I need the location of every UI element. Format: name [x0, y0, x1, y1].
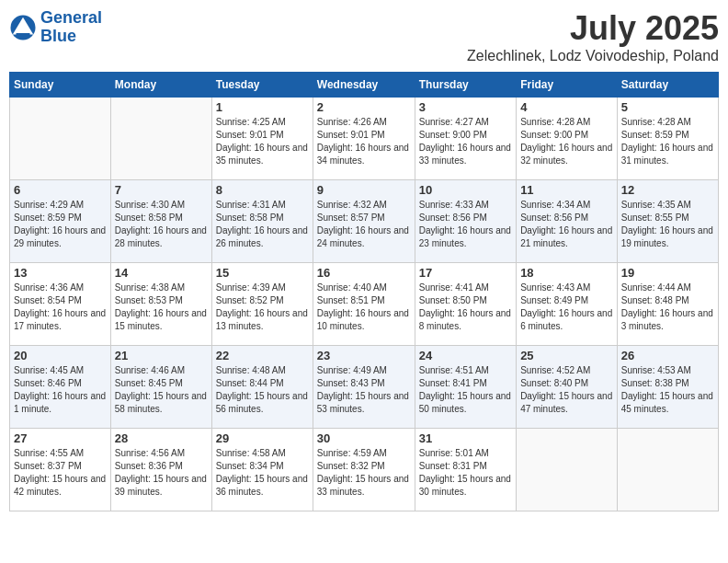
day-info: Sunrise: 4:36 AM Sunset: 8:54 PM Dayligh… — [14, 282, 107, 333]
day-number: 20 — [14, 349, 107, 362]
day-info: Sunrise: 4:48 AM Sunset: 8:44 PM Dayligh… — [216, 364, 309, 416]
weekday-header: Thursday — [415, 73, 516, 98]
calendar-cell: 25Sunrise: 4:52 AM Sunset: 8:40 PM Dayli… — [517, 346, 618, 429]
day-info: Sunrise: 4:25 AM Sunset: 9:01 PM Dayligh… — [216, 116, 309, 167]
day-number: 3 — [419, 100, 512, 114]
calendar-cell: 24Sunrise: 4:51 AM Sunset: 8:41 PM Dayli… — [415, 346, 516, 429]
day-number: 10 — [419, 183, 512, 197]
day-info: Sunrise: 4:58 AM Sunset: 8:34 PM Dayligh… — [216, 447, 309, 499]
calendar-cell: 3Sunrise: 4:27 AM Sunset: 9:00 PM Daylig… — [415, 98, 516, 180]
calendar-cell — [110, 98, 211, 180]
calendar-cell: 16Sunrise: 4:40 AM Sunset: 8:51 PM Dayli… — [313, 263, 415, 346]
calendar-cell: 19Sunrise: 4:44 AM Sunset: 8:48 PM Dayli… — [617, 263, 718, 346]
day-info: Sunrise: 4:53 AM Sunset: 8:38 PM Dayligh… — [621, 364, 714, 416]
day-number: 24 — [419, 349, 512, 362]
calendar-cell — [517, 429, 618, 511]
day-info: Sunrise: 4:55 AM Sunset: 8:37 PM Dayligh… — [14, 447, 107, 499]
calendar-cell: 29Sunrise: 4:58 AM Sunset: 8:34 PM Dayli… — [211, 429, 313, 511]
day-number: 17 — [419, 266, 512, 280]
day-info: Sunrise: 4:26 AM Sunset: 9:01 PM Dayligh… — [317, 116, 411, 167]
day-number: 9 — [317, 183, 411, 197]
day-info: Sunrise: 4:49 AM Sunset: 8:43 PM Dayligh… — [317, 364, 411, 416]
weekday-header: Monday — [110, 73, 211, 98]
calendar-cell: 9Sunrise: 4:32 AM Sunset: 8:57 PM Daylig… — [313, 180, 415, 263]
calendar-week-row: 20Sunrise: 4:45 AM Sunset: 8:46 PM Dayli… — [10, 346, 719, 429]
svg-rect-2 — [17, 33, 30, 36]
calendar-cell: 15Sunrise: 4:39 AM Sunset: 8:52 PM Dayli… — [211, 263, 313, 346]
calendar-cell: 11Sunrise: 4:34 AM Sunset: 8:56 PM Dayli… — [517, 180, 618, 263]
day-info: Sunrise: 4:33 AM Sunset: 8:56 PM Dayligh… — [419, 199, 512, 250]
logo-text: General Blue — [40, 9, 102, 46]
day-number: 8 — [216, 183, 309, 197]
day-info: Sunrise: 4:43 AM Sunset: 8:49 PM Dayligh… — [520, 282, 613, 333]
day-number: 14 — [115, 266, 208, 280]
day-info: Sunrise: 4:45 AM Sunset: 8:46 PM Dayligh… — [14, 364, 107, 416]
calendar-cell: 23Sunrise: 4:49 AM Sunset: 8:43 PM Dayli… — [313, 346, 415, 429]
day-info: Sunrise: 4:32 AM Sunset: 8:57 PM Dayligh… — [317, 199, 411, 250]
day-number: 5 — [621, 100, 714, 114]
calendar-cell: 21Sunrise: 4:46 AM Sunset: 8:45 PM Dayli… — [110, 346, 211, 429]
calendar-cell: 22Sunrise: 4:48 AM Sunset: 8:44 PM Dayli… — [211, 346, 313, 429]
day-info: Sunrise: 4:31 AM Sunset: 8:58 PM Dayligh… — [216, 199, 309, 250]
calendar-cell: 27Sunrise: 4:55 AM Sunset: 8:37 PM Dayli… — [10, 429, 111, 511]
day-number: 29 — [216, 431, 309, 445]
day-info: Sunrise: 4:40 AM Sunset: 8:51 PM Dayligh… — [317, 282, 411, 333]
weekday-header: Wednesday — [313, 73, 415, 98]
logo-icon — [9, 14, 37, 41]
day-number: 25 — [520, 349, 613, 362]
day-info: Sunrise: 4:51 AM Sunset: 8:41 PM Dayligh… — [419, 364, 512, 416]
calendar-week-row: 1Sunrise: 4:25 AM Sunset: 9:01 PM Daylig… — [10, 98, 719, 180]
calendar-week-row: 6Sunrise: 4:29 AM Sunset: 8:59 PM Daylig… — [10, 180, 719, 263]
day-number: 28 — [115, 431, 208, 445]
day-number: 22 — [216, 349, 309, 362]
day-number: 11 — [520, 183, 613, 197]
calendar-cell — [617, 429, 718, 511]
calendar-cell: 1Sunrise: 4:25 AM Sunset: 9:01 PM Daylig… — [211, 98, 313, 180]
day-number: 13 — [14, 266, 107, 280]
day-number: 2 — [317, 100, 411, 114]
calendar-cell: 13Sunrise: 4:36 AM Sunset: 8:54 PM Dayli… — [10, 263, 111, 346]
day-number: 27 — [14, 431, 107, 445]
calendar-cell: 5Sunrise: 4:28 AM Sunset: 8:59 PM Daylig… — [617, 98, 718, 180]
calendar-week-row: 13Sunrise: 4:36 AM Sunset: 8:54 PM Dayli… — [10, 263, 719, 346]
calendar-cell: 30Sunrise: 4:59 AM Sunset: 8:32 PM Dayli… — [313, 429, 415, 511]
page-header: General Blue July 2025 Zelechlinek, Lodz… — [9, 9, 719, 64]
day-info: Sunrise: 4:30 AM Sunset: 8:58 PM Dayligh… — [115, 199, 208, 250]
day-number: 21 — [115, 349, 208, 362]
calendar-cell: 20Sunrise: 4:45 AM Sunset: 8:46 PM Dayli… — [10, 346, 111, 429]
day-number: 31 — [419, 431, 512, 445]
day-info: Sunrise: 4:28 AM Sunset: 9:00 PM Dayligh… — [520, 116, 613, 167]
day-number: 18 — [520, 266, 613, 280]
day-number: 16 — [317, 266, 411, 280]
day-info: Sunrise: 4:41 AM Sunset: 8:50 PM Dayligh… — [419, 282, 512, 333]
day-number: 23 — [317, 349, 411, 362]
calendar-cell: 6Sunrise: 4:29 AM Sunset: 8:59 PM Daylig… — [10, 180, 111, 263]
day-info: Sunrise: 4:52 AM Sunset: 8:40 PM Dayligh… — [520, 364, 613, 416]
logo: General Blue — [9, 9, 102, 46]
calendar-cell: 31Sunrise: 5:01 AM Sunset: 8:31 PM Dayli… — [415, 429, 516, 511]
day-number: 7 — [115, 183, 208, 197]
day-info: Sunrise: 4:46 AM Sunset: 8:45 PM Dayligh… — [115, 364, 208, 416]
day-number: 30 — [317, 431, 411, 445]
calendar-cell: 18Sunrise: 4:43 AM Sunset: 8:49 PM Dayli… — [517, 263, 618, 346]
day-info: Sunrise: 4:56 AM Sunset: 8:36 PM Dayligh… — [115, 447, 208, 499]
location-title: Zelechlinek, Lodz Voivodeship, Poland — [467, 48, 719, 64]
calendar-cell: 10Sunrise: 4:33 AM Sunset: 8:56 PM Dayli… — [415, 180, 516, 263]
day-info: Sunrise: 4:39 AM Sunset: 8:52 PM Dayligh… — [216, 282, 309, 333]
day-number: 4 — [520, 100, 613, 114]
day-number: 12 — [621, 183, 714, 197]
day-info: Sunrise: 4:27 AM Sunset: 9:00 PM Dayligh… — [419, 116, 512, 167]
day-number: 6 — [14, 183, 107, 197]
calendar-cell — [10, 98, 111, 180]
calendar-cell: 8Sunrise: 4:31 AM Sunset: 8:58 PM Daylig… — [211, 180, 313, 263]
calendar-cell: 14Sunrise: 4:38 AM Sunset: 8:53 PM Dayli… — [110, 263, 211, 346]
day-number: 26 — [621, 349, 714, 362]
calendar-cell: 2Sunrise: 4:26 AM Sunset: 9:01 PM Daylig… — [313, 98, 415, 180]
calendar-cell: 12Sunrise: 4:35 AM Sunset: 8:55 PM Dayli… — [617, 180, 718, 263]
calendar-table: SundayMondayTuesdayWednesdayThursdayFrid… — [9, 72, 719, 511]
day-info: Sunrise: 5:01 AM Sunset: 8:31 PM Dayligh… — [419, 447, 512, 499]
title-block: July 2025 Zelechlinek, Lodz Voivodeship,… — [467, 9, 719, 64]
calendar-header-row: SundayMondayTuesdayWednesdayThursdayFrid… — [10, 73, 719, 98]
calendar-cell: 4Sunrise: 4:28 AM Sunset: 9:00 PM Daylig… — [517, 98, 618, 180]
day-number: 1 — [216, 100, 309, 114]
